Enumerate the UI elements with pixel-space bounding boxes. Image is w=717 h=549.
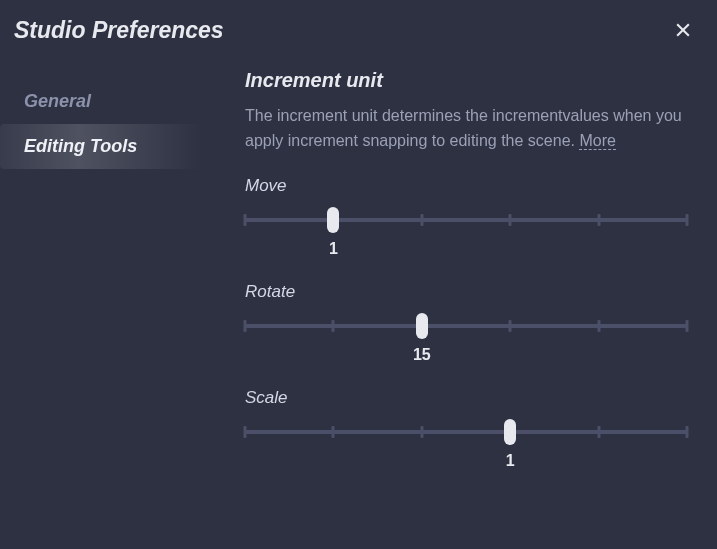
header: Studio Preferences bbox=[0, 0, 717, 54]
slider-tick bbox=[597, 426, 600, 438]
slider-tick bbox=[509, 214, 512, 226]
close-icon bbox=[673, 20, 693, 40]
section-title: Increment unit bbox=[245, 69, 687, 92]
slider-tick bbox=[244, 214, 247, 226]
slider-tick bbox=[420, 214, 423, 226]
slider-thumb-rotate[interactable] bbox=[416, 313, 428, 339]
slider-tick bbox=[332, 426, 335, 438]
more-link[interactable]: More bbox=[579, 132, 615, 150]
slider-tick bbox=[244, 320, 247, 332]
slider-tick bbox=[244, 426, 247, 438]
slider-tick bbox=[597, 320, 600, 332]
slider-group-rotate: Rotate 15 bbox=[245, 282, 687, 364]
slider-tick bbox=[686, 320, 689, 332]
slider-group-move: Move 1 bbox=[245, 176, 687, 258]
slider-rotate[interactable] bbox=[245, 316, 687, 336]
slider-label-rotate: Rotate bbox=[245, 282, 687, 302]
slider-tick bbox=[686, 426, 689, 438]
slider-thumb-move[interactable] bbox=[327, 207, 339, 233]
slider-value-move: 1 bbox=[245, 240, 687, 258]
slider-group-scale: Scale 1 bbox=[245, 388, 687, 470]
sidebar-item-editing-tools[interactable]: Editing Tools bbox=[0, 124, 225, 169]
slider-track bbox=[245, 324, 687, 328]
close-button[interactable] bbox=[669, 16, 697, 44]
slider-scale[interactable] bbox=[245, 422, 687, 442]
slider-track bbox=[245, 218, 687, 222]
slider-value-rotate: 15 bbox=[245, 346, 687, 364]
sidebar: General Editing Tools bbox=[0, 69, 225, 494]
sidebar-item-general[interactable]: General bbox=[0, 79, 225, 124]
slider-tick bbox=[686, 214, 689, 226]
slider-thumb-scale[interactable] bbox=[504, 419, 516, 445]
dialog-title: Studio Preferences bbox=[14, 17, 224, 44]
slider-label-scale: Scale bbox=[245, 388, 687, 408]
slider-tick bbox=[332, 320, 335, 332]
slider-value-scale: 1 bbox=[245, 452, 687, 470]
slider-label-move: Move bbox=[245, 176, 687, 196]
section-description: The increment unit determines the increm… bbox=[245, 104, 687, 154]
slider-tick bbox=[597, 214, 600, 226]
slider-tick bbox=[509, 320, 512, 332]
slider-track bbox=[245, 430, 687, 434]
content: Increment unit The increment unit determ… bbox=[225, 69, 717, 494]
slider-move[interactable] bbox=[245, 210, 687, 230]
slider-tick bbox=[420, 426, 423, 438]
body: General Editing Tools Increment unit The… bbox=[0, 54, 717, 494]
